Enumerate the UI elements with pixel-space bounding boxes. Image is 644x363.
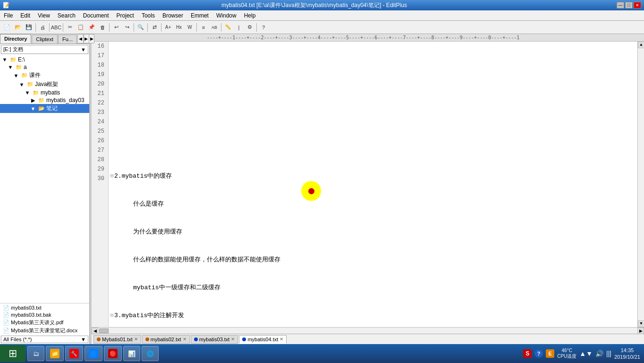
tab-close[interactable]: ✕ xyxy=(183,337,186,342)
tb-linenums[interactable]: ≡ xyxy=(198,22,209,33)
tb-replace[interactable]: ⇄ xyxy=(149,22,160,33)
tray-volume[interactable]: 🔊 xyxy=(595,350,603,357)
code-line xyxy=(110,144,642,153)
tree-item[interactable]: ▶ 📁 mybatis_day03 xyxy=(0,96,89,104)
work-app-icon: 📁 xyxy=(50,349,59,358)
tb-font-name[interactable]: Hx xyxy=(174,22,184,33)
editor-tab-mybatis04[interactable]: mybatis04.txt ✕ xyxy=(239,335,287,344)
list-item[interactable]: 📄 mybatis03.txt.bak xyxy=(1,311,88,319)
drive-dropdown[interactable]: [E:] 文档 ▼ xyxy=(1,45,88,54)
taskbar-app-browser[interactable]: 🌐 xyxy=(142,346,159,361)
file-label: mybatis03.txt xyxy=(11,305,42,311)
menu-document[interactable]: Document xyxy=(79,10,113,20)
taskbar-app-work[interactable]: 📁 xyxy=(46,346,64,361)
tb-cut[interactable]: ✂ xyxy=(65,22,75,33)
editor[interactable]: 16 17 18 19 20 21 22 23 24 25 26 27 28 2… xyxy=(92,42,644,327)
tab-close[interactable]: ✕ xyxy=(280,337,283,342)
scroll-up-button[interactable]: ▲ xyxy=(638,42,644,48)
tray-app-icon[interactable]: E xyxy=(546,349,554,358)
tb-help[interactable]: ? xyxy=(258,22,269,33)
tab-fu[interactable]: Fu... xyxy=(58,35,77,43)
tree-item-selected[interactable]: ▼ 📂 笔记 xyxy=(0,104,89,113)
vertical-scrollbar[interactable]: ▲ ▼ xyxy=(637,42,644,327)
tb-print[interactable]: 🖨 xyxy=(37,22,48,33)
tb-copy[interactable]: 📋 xyxy=(76,22,86,33)
editor-tab-mybatis03[interactable]: mybatis03.txt ✕ xyxy=(191,335,238,344)
collapse-icon[interactable]: ⊟ xyxy=(110,173,113,180)
tree-item[interactable]: ▼ 📁 Java框架 xyxy=(0,80,89,89)
panel-scroll-left[interactable]: ◀ xyxy=(77,34,84,43)
tray-signal[interactable]: ||| xyxy=(606,350,611,357)
tb-find[interactable]: 🔍 xyxy=(136,22,146,33)
tb-ruler[interactable]: 📏 xyxy=(223,22,233,33)
tb-word-wrap[interactable]: W xyxy=(185,22,195,33)
taskbar-app-folder[interactable]: 🗂 xyxy=(27,346,44,361)
clock[interactable]: 14:35 2019/10/21 xyxy=(614,347,640,361)
tab-close[interactable]: ✕ xyxy=(134,337,138,342)
taskbar-app-2[interactable]: 🔴 xyxy=(104,346,122,361)
tree-item[interactable]: ▼ 📁 mybatis xyxy=(0,89,89,96)
editor-tab-mybatis02[interactable]: mybatis02.txt ✕ xyxy=(142,335,190,344)
tb-undo[interactable]: ↩ xyxy=(111,22,121,33)
tb-delete[interactable]: 🗑 xyxy=(97,22,108,33)
tree-item[interactable]: ▼ 📁 课件 xyxy=(0,71,89,80)
taskbar-app-chart[interactable]: 📊 xyxy=(123,346,140,361)
code-content[interactable]: ⊟ 2.mybatis中的缓存 什么是缓存 为什么要使用缓存 什么样的数据能使用… xyxy=(109,42,644,327)
titlebar-title: mybatis04.txt [E:\a\课件\Java框架\mybatis\my… xyxy=(221,1,407,9)
tree-item[interactable]: ▼ 📁 a xyxy=(0,63,89,71)
code-line: ⊟ 2.mybatis中的缓存 xyxy=(110,172,642,181)
horizontal-scrollbar[interactable]: ◀ ▶ xyxy=(92,327,644,334)
tb-colmarker[interactable]: | xyxy=(234,22,244,33)
maximize-button[interactable]: □ xyxy=(625,2,633,9)
scroll-right-button[interactable]: ▶ xyxy=(637,328,644,334)
tray-help-icon[interactable]: ? xyxy=(534,349,543,358)
tb-font-size[interactable]: A+ xyxy=(163,22,173,33)
menu-window[interactable]: Window xyxy=(212,10,240,20)
tb-redo[interactable]: ↪ xyxy=(122,22,132,33)
code-text: 3.mybatis中的注解开发 xyxy=(114,311,184,320)
tab-directory[interactable]: Directory xyxy=(0,34,31,43)
file-label: mybatis03.txt.bak xyxy=(11,312,51,318)
taskbar-app-1[interactable]: 🌀 xyxy=(85,346,102,361)
tray-s-icon[interactable]: S xyxy=(523,349,532,358)
menu-search[interactable]: Search xyxy=(54,10,79,20)
tb-hex[interactable]: AB xyxy=(209,22,220,33)
minimize-button[interactable]: — xyxy=(617,2,624,9)
directory-tree[interactable]: ▼ 📁 E:\ ▼ 📁 a ▼ 📁 课件 ▼ 📁 Java框架 xyxy=(0,55,89,303)
tb-spell[interactable]: ABC xyxy=(51,22,61,33)
file-label: Mybatis第三天讲义.pdf xyxy=(11,320,63,325)
tb-save[interactable]: 💾 xyxy=(24,22,34,33)
tree-label: mybatis xyxy=(41,89,60,96)
menu-file[interactable]: File xyxy=(0,10,17,20)
tree-item[interactable]: ▼ 📁 E:\ xyxy=(0,56,89,63)
tray-network[interactable]: ▲▼ xyxy=(579,350,593,357)
menu-edit[interactable]: Edit xyxy=(17,10,34,20)
scroll-down-button[interactable]: ▼ xyxy=(638,320,644,327)
close-button[interactable]: ✕ xyxy=(634,2,641,9)
menu-browser[interactable]: Browser xyxy=(159,10,187,20)
tb-new[interactable]: 📄 xyxy=(2,22,12,33)
tb-open[interactable]: 📂 xyxy=(13,22,23,33)
list-item[interactable]: 📄 mybatis03.txt xyxy=(1,304,88,311)
editor-tab-mybatis01[interactable]: Mybatis01.txt ✕ xyxy=(93,335,141,344)
menu-tools[interactable]: Tools xyxy=(138,10,159,20)
sidebar-expand-arrow[interactable]: ▶ xyxy=(89,34,94,43)
filetype-dropdown[interactable]: All Files (*.*) ▼ xyxy=(1,336,88,343)
menu-project[interactable]: Project xyxy=(113,10,138,20)
start-button[interactable]: ⊞ xyxy=(0,345,25,362)
tab-close[interactable]: ✕ xyxy=(231,337,235,342)
tb-paste[interactable]: 📌 xyxy=(86,22,97,33)
scroll-thumb[interactable] xyxy=(99,328,109,333)
menu-view[interactable]: View xyxy=(34,10,54,20)
tb-settings[interactable]: ⚙ xyxy=(245,22,255,33)
list-item[interactable]: 📄 Mybatis第三天课堂笔记.docx xyxy=(1,327,88,335)
tab-cliptext[interactable]: Cliptext xyxy=(32,35,58,43)
tree-label: a xyxy=(24,64,27,70)
collapse-icon[interactable]: ⊟ xyxy=(110,312,113,319)
menu-emmet[interactable]: Emmet xyxy=(187,10,212,20)
menu-help[interactable]: Help xyxy=(240,10,260,20)
taskbar-app-ide[interactable]: 🔧 xyxy=(65,346,83,361)
list-item[interactable]: 📄 Mybatis第三天讲义.pdf xyxy=(1,319,88,327)
file-list[interactable]: 📄 mybatis03.txt 📄 mybatis03.txt.bak 📄 My… xyxy=(0,303,89,336)
scroll-left-button[interactable]: ◀ xyxy=(92,328,98,334)
